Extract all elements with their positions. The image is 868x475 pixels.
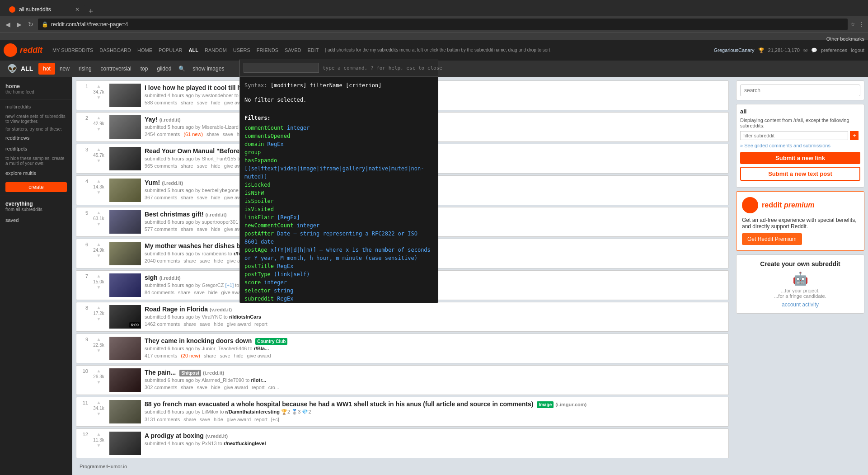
post-save[interactable]: save (223, 132, 233, 137)
vote-up-btn[interactable]: ▲ (91, 400, 107, 405)
post-author[interactable]: Short_Fun9155 (202, 156, 236, 161)
sidebar-multireddits[interactable]: multireddits (0, 101, 72, 112)
nav-popular[interactable]: POPULAR (156, 46, 185, 55)
post-comments[interactable]: 84 comments (145, 290, 174, 295)
post-hide[interactable]: hide (211, 163, 221, 169)
post-hide[interactable]: hide (214, 321, 223, 327)
post-new-comments[interactable]: (20 new) (181, 353, 200, 358)
post-subreddit[interactable]: r/lotr... (251, 377, 266, 383)
post-subreddit[interactable]: r/IdiotsInCars (229, 314, 261, 320)
post-share[interactable]: share (181, 226, 193, 232)
filter-hot[interactable]: hot (38, 63, 55, 75)
sidebar-redditnews[interactable]: redditnews (0, 132, 72, 143)
post-author[interactable]: LilMilox (202, 409, 219, 414)
vote-down-btn[interactable]: ▼ (91, 127, 107, 132)
post-comments[interactable]: 3131 comments (145, 417, 180, 422)
post-comments[interactable]: 577 comments (145, 226, 177, 232)
nav-all[interactable]: ALL (186, 46, 201, 55)
post-save[interactable]: save (200, 417, 210, 422)
vote-up-btn[interactable]: ▲ (91, 242, 107, 247)
active-tab[interactable]: all subreddits ✕ (4, 3, 85, 16)
vote-down-btn[interactable]: ▼ (91, 95, 107, 100)
nav-my-subreddits[interactable]: MY SUBREDDITS (50, 46, 96, 55)
filter-controversial[interactable]: controversial (96, 63, 136, 75)
vote-down-btn[interactable]: ▼ (91, 411, 107, 416)
chat-icon[interactable]: 💬 (811, 47, 817, 53)
post-report[interactable]: report (254, 417, 267, 422)
post-save[interactable]: save (197, 195, 207, 200)
post-new-comments[interactable]: (61 new) (183, 132, 203, 137)
post-title-link[interactable]: Road Rage in Florida (145, 306, 208, 313)
post-title-link[interactable]: Yum! (145, 179, 160, 186)
post-share[interactable]: share (183, 321, 196, 327)
username[interactable]: GregariousCanary (714, 47, 755, 53)
vote-down-btn[interactable]: ▼ (91, 348, 107, 353)
post-save[interactable]: save (220, 353, 230, 358)
post-hide[interactable]: hide (211, 385, 221, 390)
post-comments[interactable]: 1462 comments (145, 321, 180, 327)
forward-btn[interactable]: ▶ (15, 19, 23, 30)
logout-link[interactable]: logout (851, 47, 864, 53)
submit-link-btn[interactable]: Submit a new link (740, 152, 860, 164)
post-save[interactable]: save (200, 321, 210, 327)
post-comments[interactable]: 367 comments (145, 195, 177, 200)
post-share[interactable]: share (206, 132, 219, 137)
vote-up-btn[interactable]: ▲ (91, 368, 107, 373)
reload-btn[interactable]: ↻ (26, 19, 35, 30)
post-save[interactable]: save (197, 226, 207, 232)
back-btn[interactable]: ◀ (4, 19, 12, 30)
post-title-link[interactable]: Best christmas gift! (145, 211, 204, 218)
post-author[interactable]: Miserable-Lizard (202, 124, 239, 130)
vote-up-btn[interactable]: ▲ (91, 337, 107, 342)
post-give-award[interactable]: give award (224, 385, 248, 390)
post-title-link[interactable]: 88 yo french man evacuated a whole hospi… (145, 400, 533, 408)
vote-up-btn[interactable]: ▲ (91, 147, 107, 152)
vote-up-btn[interactable]: ▲ (91, 210, 107, 215)
post-author[interactable]: Alarmed_Ride7090 (202, 377, 244, 383)
show-images-btn[interactable]: show images (188, 63, 229, 75)
menu-icon[interactable]: ⋮ (859, 21, 864, 28)
post-give-award[interactable]: give award (247, 353, 271, 358)
vote-down-btn[interactable]: ▼ (91, 380, 107, 385)
new-tab-btn[interactable]: + (85, 7, 97, 16)
post-author[interactable]: GregorCZ (202, 282, 224, 288)
tab-close-btn[interactable]: ✕ (75, 6, 80, 13)
post-crosspost[interactable]: [+c] (271, 417, 279, 422)
post-give-award[interactable]: give award (227, 321, 251, 327)
address-bar[interactable]: 🔒 reddit.com/r/all/#res:ner-page=4 (38, 19, 848, 30)
post-share[interactable]: share (181, 195, 193, 200)
post-title-link[interactable]: They came in knocking doors down (145, 337, 252, 344)
vote-up-btn[interactable]: ▲ (91, 84, 107, 89)
post-author[interactable]: Junior_Teacher6446 (202, 346, 247, 351)
post-give-award[interactable]: give award (227, 417, 251, 422)
vote-down-btn[interactable]: ▼ (91, 190, 107, 195)
filter-top[interactable]: top (136, 63, 153, 75)
vote-up-btn[interactable]: ▲ (91, 179, 107, 183)
post-hide[interactable]: hide (214, 417, 223, 422)
post-title-link[interactable]: The pain... (145, 369, 176, 376)
post-share[interactable]: share (183, 417, 196, 422)
other-bookmarks[interactable]: Other bookmarks (826, 36, 864, 42)
vote-down-btn[interactable]: ▼ (91, 285, 107, 290)
sidebar-everything[interactable]: everything from all subreddits (0, 198, 72, 215)
post-share[interactable]: share (183, 258, 196, 263)
account-activity-link[interactable]: account activity (742, 301, 859, 308)
mail-icon[interactable]: ✉ (803, 47, 807, 53)
post-author[interactable]: westondeboer (202, 93, 233, 98)
post-title-link[interactable]: Yay! (145, 116, 158, 123)
search-input[interactable] (740, 85, 860, 96)
post-hide[interactable]: hide (208, 290, 218, 295)
post-save[interactable]: save (197, 163, 207, 169)
post-save[interactable]: save (197, 385, 207, 390)
post-author[interactable]: roambeans (202, 251, 227, 256)
post-comments[interactable]: 965 comments (145, 163, 177, 169)
post-author[interactable]: supertrooper301 (202, 219, 239, 225)
filter-rising[interactable]: rising (74, 63, 96, 75)
add-subreddit-btn[interactable]: + (850, 131, 859, 140)
sidebar-home[interactable]: home the home feed (0, 80, 72, 97)
nav-home[interactable]: HOME (135, 46, 155, 55)
post-hide[interactable]: hide (234, 353, 244, 358)
post-report[interactable]: report (252, 385, 265, 390)
vote-down-btn[interactable]: ▼ (91, 221, 107, 226)
nav-friends[interactable]: FRIENDS (254, 46, 281, 55)
